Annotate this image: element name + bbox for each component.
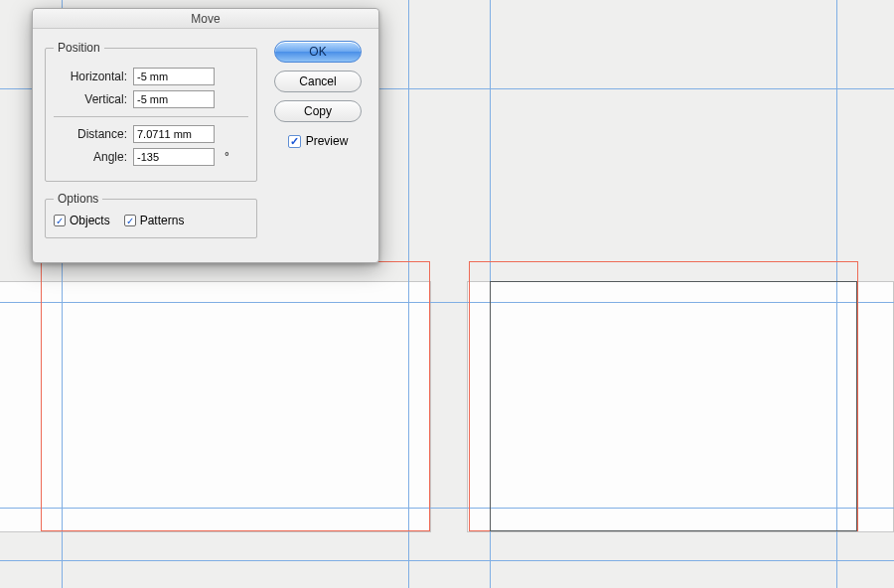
checkmark-icon: ✓ <box>54 215 66 226</box>
divider <box>54 116 248 117</box>
position-group: Position Horizontal: Vertical: Distance: <box>45 41 257 182</box>
angle-input[interactable] <box>133 148 215 166</box>
vertical-label: Vertical: <box>54 92 127 106</box>
distance-label: Distance: <box>54 127 127 141</box>
distance-input[interactable] <box>133 125 215 143</box>
preview-checkbox[interactable]: ✓ Preview <box>288 134 349 148</box>
options-legend: Options <box>54 192 102 206</box>
illustrator-canvas[interactable]: Move Position Horizontal: Vertical: Dist… <box>0 0 894 588</box>
ok-button[interactable]: OK <box>274 41 362 63</box>
object-outline-right[interactable] <box>490 281 857 531</box>
preview-label: Preview <box>306 134 349 148</box>
patterns-label: Patterns <box>140 214 185 227</box>
objects-checkbox[interactable]: ✓ Objects <box>54 214 110 227</box>
selection-rect-left[interactable] <box>41 261 430 531</box>
checkmark-icon: ✓ <box>288 135 301 148</box>
checkmark-icon: ✓ <box>124 215 136 226</box>
copy-button[interactable]: Copy <box>274 100 362 122</box>
move-dialog: Move Position Horizontal: Vertical: Dist… <box>32 8 379 263</box>
patterns-checkbox[interactable]: ✓ Patterns <box>124 214 185 227</box>
degree-symbol: ° <box>221 150 229 164</box>
cancel-button[interactable]: Cancel <box>274 71 362 92</box>
position-legend: Position <box>54 41 104 55</box>
angle-label: Angle: <box>54 150 127 164</box>
guide-horizontal[interactable] <box>0 560 894 561</box>
options-group: Options ✓ Objects ✓ Patterns <box>45 192 257 238</box>
horizontal-input[interactable] <box>133 68 215 85</box>
dialog-title[interactable]: Move <box>33 9 378 29</box>
objects-label: Objects <box>70 214 110 227</box>
horizontal-label: Horizontal: <box>54 70 127 83</box>
vertical-input[interactable] <box>133 90 215 108</box>
